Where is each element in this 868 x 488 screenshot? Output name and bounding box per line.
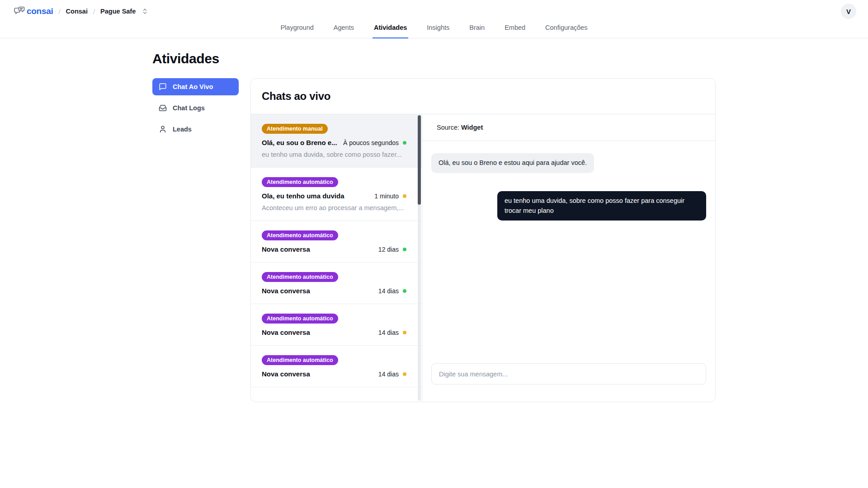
conversation-title: Nova conversa	[262, 328, 374, 336]
sidebar-item-label: Leads	[173, 126, 192, 133]
status-dot	[403, 331, 406, 334]
conversation-preview: eu tenho uma duvida, sobre como posso fa…	[262, 151, 406, 158]
chat-bubble-icon	[159, 83, 167, 91]
attendance-type-badge: Atendimento automático	[262, 355, 338, 365]
conversation-time: 12 dias	[378, 246, 399, 253]
breadcrumb-org[interactable]: Consai	[66, 8, 88, 15]
status-dot	[403, 248, 406, 251]
scrollbar-thumb[interactable]	[418, 115, 421, 205]
attendance-type-badge: Atendimento automático	[262, 177, 338, 187]
conversation-list-item[interactable]: Atendimento automáticoNova conversa14 di…	[251, 304, 422, 346]
message-history: Olá, eu sou o Breno e estou aqui para aj…	[422, 141, 715, 363]
conversation-title: Nova conversa	[262, 245, 374, 253]
conversation-list-item[interactable]: Atendimento automáticoOla, eu tenho uma …	[251, 168, 422, 221]
sidebar-item-chat-ao-vivo[interactable]: Chat Ao Vivo	[152, 78, 239, 95]
workspace-switcher-button[interactable]	[142, 8, 148, 15]
source-label: Source:	[437, 124, 459, 131]
source-value: Widget	[461, 124, 483, 131]
topbar: consai / Consai / Pague Safe V Playgroun…	[0, 0, 868, 38]
conversation-time: À poucos segundos	[343, 139, 399, 146]
tab-agents[interactable]: Agents	[332, 23, 355, 38]
conversation-list-item[interactable]: Atendimento automáticoNova conversa12 di…	[251, 221, 422, 263]
message-row-user: eu tenho uma duvida, sobre como posso fa…	[431, 191, 706, 221]
status-dot	[403, 141, 406, 145]
attendance-type-badge: Atendimento automático	[262, 314, 338, 324]
attendance-type-badge: Atendimento automático	[262, 272, 338, 282]
attendance-type-badge: Atendimento manual	[262, 124, 328, 134]
agent-message-bubble: Olá, eu sou o Breno e estou aqui para aj…	[431, 153, 594, 173]
conversation-list-item[interactable]: Atendimento manualOlá, eu sou o Breno e.…	[251, 114, 422, 168]
conversation-list-scrollbar[interactable]	[418, 115, 421, 401]
conversation-time: 14 dias	[378, 287, 399, 295]
tab-brain[interactable]: Brain	[468, 23, 486, 38]
live-chats-card-header: Chats ao vivo	[251, 79, 715, 114]
conversation-list-item[interactable]: Atendimento automáticoNova conversa14 di…	[251, 263, 422, 304]
conversation-time: 1 minuto	[374, 192, 399, 200]
sidebar-item-label: Chat Ao Vivo	[173, 83, 213, 90]
conversation-title: Nova conversa	[262, 370, 374, 378]
conversation-list: Atendimento manualOlá, eu sou o Breno e.…	[251, 114, 422, 402]
conversation-time: 14 dias	[378, 371, 399, 378]
tab-embed[interactable]: Embed	[503, 23, 527, 38]
sidebar-item-chat-logs[interactable]: Chat Logs	[152, 99, 239, 117]
conversation-title: Olá, eu sou o Breno e...	[262, 139, 339, 146]
primary-nav: PlaygroundAgentsAtividadesInsightsBrainE…	[0, 23, 868, 38]
breadcrumb-workspace[interactable]: Pague Safe	[100, 8, 136, 15]
breadcrumb-separator: /	[93, 8, 95, 15]
inbox-icon	[159, 104, 167, 112]
conversation-source: Source: Widget	[422, 114, 715, 141]
tab-playground[interactable]: Playground	[279, 23, 315, 38]
conversation-pane: Source: Widget Olá, eu sou o Breno e est…	[422, 114, 715, 402]
live-chats-card: Chats ao vivo Atendimento manualOlá, eu …	[250, 78, 716, 402]
brand-logo[interactable]: consai	[14, 6, 53, 17]
sidebar-item-leads[interactable]: Leads	[152, 121, 239, 138]
person-icon	[159, 125, 167, 133]
status-dot	[403, 372, 406, 376]
conversation-title: Nova conversa	[262, 287, 374, 295]
live-chats-title: Chats ao vivo	[262, 90, 704, 103]
conversation-list-item[interactable]: Atendimento automáticoNova conversa14 di…	[251, 346, 422, 387]
chat-bubbles-logo-icon	[14, 6, 25, 17]
sidebar-item-label: Chat Logs	[173, 104, 205, 112]
message-input[interactable]	[431, 363, 706, 385]
visitor-message-bubble: eu tenho uma duvida, sobre como posso fa…	[497, 191, 706, 221]
status-dot	[403, 194, 406, 198]
message-row-bot: Olá, eu sou o Breno e estou aqui para aj…	[431, 153, 706, 173]
breadcrumb: consai / Consai / Pague Safe	[14, 6, 148, 17]
user-avatar[interactable]: V	[841, 4, 856, 19]
conversation-title: Ola, eu tenho uma duvida	[262, 192, 370, 200]
attendance-type-badge: Atendimento automático	[262, 230, 338, 240]
main-content: Atividades Chat Ao VivoChat LogsLeads Ch…	[152, 51, 716, 402]
page-title: Atividades	[152, 51, 716, 66]
activities-sidebar: Chat Ao VivoChat LogsLeads	[152, 78, 239, 138]
conversation-time: 14 dias	[378, 329, 399, 336]
tab-configura-es[interactable]: Configurações	[544, 23, 589, 38]
conversation-preview: Aconteceu um erro ao processar a mensage…	[262, 204, 406, 211]
brand-name: consai	[27, 6, 53, 16]
breadcrumb-separator: /	[58, 8, 60, 15]
tab-atividades[interactable]: Atividades	[373, 23, 408, 38]
tab-insights[interactable]: Insights	[425, 23, 451, 38]
status-dot	[403, 289, 406, 293]
